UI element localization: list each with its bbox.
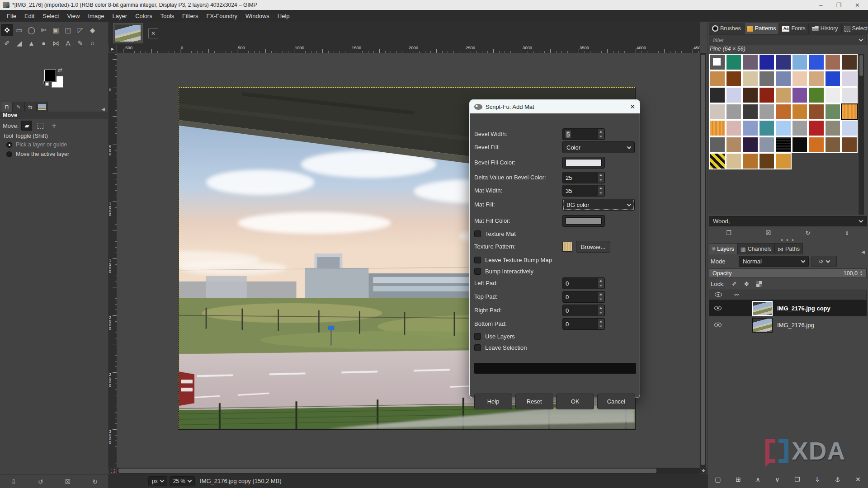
tab-layers[interactable]: ≡Layers — [709, 243, 737, 254]
tool-eraser[interactable]: ◢ — [14, 37, 25, 49]
pattern-swatch[interactable] — [825, 103, 841, 120]
tool-bucket-fill[interactable]: ◆ — [87, 24, 98, 36]
open-pattern-button[interactable]: ⇧ — [844, 230, 849, 236]
pattern-swatch[interactable] — [808, 54, 825, 70]
spin-down-icon[interactable] — [599, 136, 602, 138]
texture-pattern-swatch[interactable] — [562, 242, 572, 252]
pattern-swatch[interactable] — [808, 70, 825, 87]
checkbox-leave-texture-bump-map[interactable]: Leave Texture Bump Map — [474, 257, 552, 263]
pattern-swatch[interactable] — [726, 153, 742, 169]
spinbox-bevel-width-[interactable]: 5 — [562, 128, 605, 140]
dropdown-bevel-fill-[interactable]: Color — [562, 141, 635, 153]
pattern-filter-input[interactable]: filter — [709, 34, 867, 45]
tool-rectangle-select[interactable]: ▭ — [14, 24, 25, 36]
vertical-ruler[interactable]: 050010001500200025003000 — [108, 53, 117, 468]
layer-row[interactable]: IMG_2176.jpg — [709, 317, 867, 333]
pattern-swatch[interactable] — [775, 87, 792, 103]
opacity-slider[interactable]: Opacity 100,0 — [709, 268, 867, 278]
spin-up-icon[interactable] — [599, 280, 602, 282]
radio-icon[interactable] — [6, 151, 12, 157]
tool-color-picker[interactable]: ✎ — [75, 37, 86, 49]
pattern-swatch[interactable] — [792, 120, 808, 136]
menu-fx-foundry[interactable]: FX-Foundry — [202, 11, 241, 21]
pattern-swatch[interactable] — [775, 120, 792, 136]
zoom-select[interactable]: 25 % — [170, 476, 195, 486]
lock-alpha-icon[interactable] — [756, 281, 762, 287]
tab-patterns[interactable]: Patterns — [744, 23, 779, 34]
spin-up-icon[interactable] — [599, 307, 602, 309]
pattern-swatch[interactable] — [759, 103, 775, 120]
spinbox-delta-value-on-bevel-color-[interactable]: 25 — [562, 172, 605, 183]
help-button[interactable]: Help — [474, 394, 512, 409]
spin-arrows[interactable] — [597, 186, 604, 196]
radio-option[interactable]: Pick a layer or guide — [6, 141, 67, 148]
menu-edit[interactable]: Edit — [20, 11, 38, 21]
layer-row[interactable]: IMG_2176.jpg copy — [709, 300, 867, 316]
opacity-stepper[interactable] — [859, 271, 863, 276]
pattern-swatch[interactable] — [726, 120, 742, 136]
checkbox-icon[interactable] — [474, 257, 481, 263]
pattern-swatch[interactable] — [759, 70, 775, 87]
spin-up-icon[interactable] — [599, 188, 602, 189]
spin-arrows[interactable] — [597, 173, 604, 183]
tab-image-thumb[interactable] — [36, 102, 48, 112]
pattern-swatch[interactable] — [726, 54, 742, 70]
pattern-swatch[interactable] — [742, 103, 759, 120]
lower-layer-button[interactable]: ∨ — [775, 476, 779, 483]
tab-tool-options[interactable]: ⊓ — [1, 102, 13, 112]
dropdown-mat-fill-[interactable]: BG color — [562, 199, 635, 211]
ruler-corner-button[interactable]: ▶ — [108, 45, 117, 53]
visibility-eye-icon[interactable] — [714, 306, 722, 310]
color-button[interactable] — [562, 215, 605, 227]
pattern-swatch[interactable] — [775, 54, 792, 70]
eye-cell[interactable] — [709, 323, 727, 327]
pattern-swatch[interactable] — [841, 70, 858, 87]
tool-zoom[interactable]: ○ — [87, 37, 98, 49]
pattern-swatch[interactable] — [742, 120, 759, 136]
menu-layer[interactable]: Layer — [108, 11, 132, 21]
spin-down-icon[interactable] — [599, 192, 602, 194]
swap-colors-icon[interactable]: ⇄ — [58, 67, 62, 73]
pattern-swatch[interactable] — [726, 103, 742, 120]
pattern-swatch[interactable] — [742, 136, 759, 153]
pattern-swatch[interactable] — [808, 103, 825, 120]
tab-fonts[interactable]: AaFonts — [779, 23, 808, 34]
duplicate-layer-button[interactable]: ❐ — [794, 476, 800, 483]
tool-paintbrush[interactable]: ✐ — [1, 37, 13, 49]
menu-select[interactable]: Select — [38, 11, 63, 21]
tab-brushes[interactable]: Brushes — [709, 23, 744, 34]
pattern-swatch[interactable] — [841, 54, 858, 70]
pattern-swatch[interactable] — [759, 153, 775, 169]
reset-button[interactable]: Reset — [515, 394, 553, 409]
refresh-patterns-button[interactable]: ↻ — [805, 230, 810, 236]
unit-select[interactable]: px — [148, 476, 167, 486]
pattern-swatch[interactable] — [792, 136, 808, 153]
radio-selected-icon[interactable] — [6, 142, 12, 148]
delete-preset-button[interactable]: ☒ — [65, 478, 71, 485]
tab-undo-history[interactable]: ⇆ — [24, 102, 36, 112]
pattern-swatch[interactable] — [709, 103, 726, 120]
pattern-swatch[interactable] — [742, 87, 759, 103]
pattern-swatch[interactable] — [792, 70, 808, 87]
pattern-swatch[interactable] — [841, 87, 858, 103]
pattern-swatch[interactable] — [726, 136, 742, 153]
checkbox-use-layers[interactable]: Use Layers — [474, 333, 515, 340]
pattern-swatch[interactable] — [759, 87, 775, 103]
tool-transform[interactable]: ◰ — [62, 24, 74, 36]
collapse-dock-icon[interactable]: ◀ — [99, 107, 108, 112]
spin-up-icon[interactable] — [599, 321, 602, 323]
dialog-close-icon[interactable]: ✕ — [630, 103, 635, 110]
spinbox-bottom-pad-[interactable]: 0 — [562, 318, 605, 330]
radio-option[interactable]: Move the active layer — [6, 151, 69, 157]
lock-position-icon[interactable]: ✥ — [744, 281, 749, 287]
browse-button[interactable]: Browse... — [576, 241, 610, 253]
color-button[interactable] — [562, 157, 605, 169]
tab-paths[interactable]: ⋈Paths — [774, 243, 802, 254]
move-path-mode-button[interactable]: ✛ — [48, 121, 59, 131]
restore-button[interactable]: ❐ — [836, 2, 841, 9]
pattern-swatch[interactable] — [841, 136, 858, 153]
checkbox-icon[interactable] — [474, 344, 481, 351]
spin-arrows[interactable] — [597, 305, 604, 315]
anchor-layer-button[interactable]: ⚓ — [835, 476, 841, 483]
ok-button[interactable]: OK — [556, 394, 594, 409]
